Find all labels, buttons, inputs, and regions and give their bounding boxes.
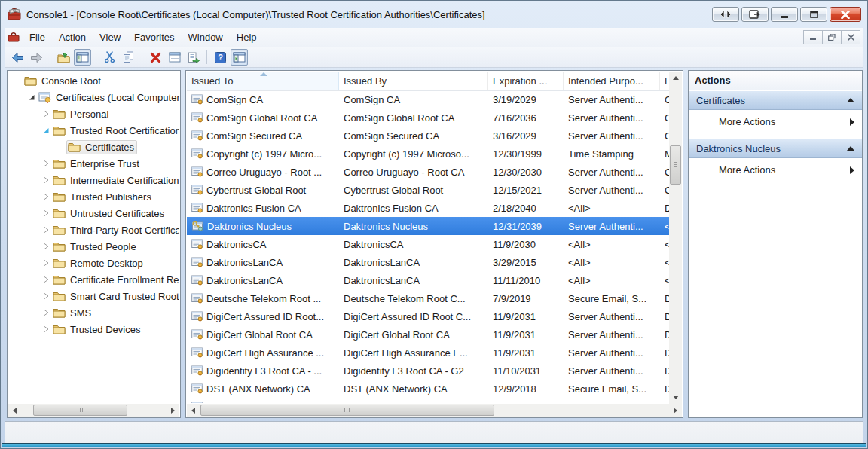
tree-item-trusted-publishers[interactable]: Trusted Publishers	[8, 188, 179, 205]
copy-button[interactable]	[120, 49, 137, 66]
show-hide-action-pane-button[interactable]	[231, 49, 248, 66]
certificate-row-daktronics-nucleus[interactable]: Daktronics NucleusDaktronics Nucleus12/3…	[187, 217, 669, 235]
tree-item-smart-card-trusted-roots[interactable]: Smart Card Trusted Roots	[8, 288, 179, 304]
column-header-intended-purpo[interactable]: Intended Purpo...	[564, 72, 660, 90]
certificate-row-digidentity-l3-root-ca[interactable]: Digidentity L3 Root CA - ...Digidentity …	[187, 362, 669, 380]
scroll-right-arrow[interactable]	[669, 404, 682, 417]
menu-help[interactable]: Help	[230, 29, 264, 45]
scroll-right-arrow[interactable]	[167, 404, 179, 417]
column-header-issued-to[interactable]: Issued To	[187, 72, 339, 90]
list-vscroll-thumb[interactable]	[670, 145, 681, 185]
tree-item-trusted-root-certification-authorities[interactable]: Trusted Root Certification Authorities	[8, 122, 179, 139]
tree-item-label: SMS	[68, 307, 93, 319]
tree-item-intermediate-certification-authorities[interactable]: Intermediate Certification Authorities	[8, 172, 179, 188]
certificate-icon	[191, 311, 203, 322]
cell-expiration: 12/30/2030	[493, 166, 542, 178]
maximize-button[interactable]	[800, 7, 827, 22]
certificate-row-daktronicslanca[interactable]: DaktronicsLanCADaktronicsLanCA11/11/2010…	[187, 271, 669, 289]
action-item-more-actions[interactable]: More Actions	[689, 158, 862, 182]
expand-arrow-icon[interactable]	[40, 273, 52, 286]
minimize-button[interactable]	[771, 7, 798, 22]
certificate-row-correo-uruguayo-root[interactable]: Correo Uruguayo - Root ...Correo Uruguay…	[187, 163, 669, 181]
column-header-expiration[interactable]: Expiration ...	[488, 72, 564, 90]
scroll-up-arrow[interactable]	[669, 72, 682, 84]
certificate-row-digicert-high-assurance[interactable]: DigiCert High Assurance ...DigiCert High…	[187, 344, 669, 362]
menu-view[interactable]: View	[93, 29, 127, 45]
child-minimize-button[interactable]	[803, 30, 823, 44]
back-button[interactable]	[9, 49, 26, 66]
export-list-button[interactable]	[185, 49, 202, 66]
close-button[interactable]	[830, 7, 861, 22]
expand-arrow-icon[interactable]	[40, 290, 52, 302]
list-vertical-scrollbar[interactable]	[669, 72, 682, 404]
help-button[interactable]: ?	[212, 49, 229, 66]
certificate-row-digicert-assured-id-root[interactable]: DigiCert Assured ID Root...DigiCert Assu…	[187, 307, 669, 325]
tree-hscroll-thumb[interactable]	[33, 405, 127, 416]
expand-arrow-icon[interactable]	[40, 108, 52, 120]
cell-issued_by: Digidentity L3 Root CA - G2	[344, 365, 464, 377]
delete-button[interactable]	[147, 49, 164, 66]
tree-item-trusted-devices[interactable]: Trusted Devices	[8, 321, 179, 338]
tree-item-enterprise-trust[interactable]: Enterprise Trust	[8, 155, 179, 172]
window-switch-button[interactable]	[712, 7, 739, 22]
properties-button[interactable]	[166, 49, 183, 66]
certificate-row-dst-nsf-root-ca[interactable]: DST (NSF) Root CADST (NSF) Root CA10/8/2…	[187, 398, 669, 403]
expand-arrow-icon[interactable]	[40, 174, 52, 186]
show-hide-console-tree-button[interactable]	[74, 49, 91, 66]
child-restore-button[interactable]	[822, 30, 842, 44]
certificate-row-digicert-global-root-ca[interactable]: DigiCert Global Root CADigiCert Global R…	[187, 325, 669, 344]
menu-file[interactable]: File	[23, 29, 52, 45]
expand-arrow-icon[interactable]	[40, 257, 52, 269]
collapse-arrow-icon[interactable]	[26, 91, 38, 103]
scroll-down-arrow[interactable]	[669, 391, 682, 404]
tree-item-certificates-local-computer[interactable]: Certificates (Local Computer)	[8, 89, 179, 105]
tree-item-sms[interactable]: SMS	[8, 304, 179, 321]
tree-item-untrusted-certificates[interactable]: Untrusted Certificates	[8, 205, 179, 221]
expand-arrow-icon[interactable]	[40, 224, 52, 236]
expand-arrow-icon[interactable]	[40, 323, 52, 335]
list-horizontal-scrollbar[interactable]	[187, 404, 682, 417]
tree-item-trusted-people[interactable]: Trusted People	[8, 238, 179, 255]
expand-arrow-icon[interactable]	[40, 307, 52, 319]
certificate-row-daktronics-fusion-ca[interactable]: Daktronics Fusion CADaktronics Fusion CA…	[187, 199, 669, 217]
up-one-level-button[interactable]	[55, 49, 72, 66]
tree-horizontal-scrollbar[interactable]	[8, 404, 179, 417]
tree-item-console-root[interactable]: Console Root	[8, 72, 179, 89]
collapse-section-icon[interactable]	[847, 146, 854, 151]
tree-item-certificates[interactable]: Certificates	[8, 139, 179, 155]
list-hscroll-thumb[interactable]	[200, 405, 494, 416]
certificate-row-copyright-c-1997-micro[interactable]: Copyright (c) 1997 Micro...Copyright (c)…	[187, 145, 669, 163]
expand-arrow-icon[interactable]	[40, 157, 52, 170]
certificate-row-comsign-ca[interactable]: ComSign CAComSign CA3/19/2029Server Auth…	[187, 90, 669, 108]
menu-favorites[interactable]: Favorites	[127, 29, 181, 45]
certificate-row-daktronicsca[interactable]: DaktronicsCADaktronicsCA11/9/2030<All><	[187, 235, 669, 253]
menu-action[interactable]: Action	[52, 29, 93, 45]
certificate-row-daktronicslanca[interactable]: DaktronicsLanCADaktronicsLanCA3/29/2015<…	[187, 253, 669, 271]
action-item-more-actions[interactable]: More Actions	[689, 110, 862, 133]
scroll-left-arrow[interactable]	[8, 404, 21, 417]
tree-item-certificate-enrollment-requests[interactable]: Certificate Enrollment Requests	[8, 271, 179, 288]
certificate-row-cybertrust-global-root[interactable]: Cybertrust Global RootCybertrust Global …	[187, 181, 669, 199]
expand-arrow-icon[interactable]	[40, 191, 52, 203]
scroll-left-arrow[interactable]	[187, 404, 200, 417]
expand-arrow-icon[interactable]	[40, 240, 52, 252]
tree-item-remote-desktop[interactable]: Remote Desktop	[8, 255, 179, 271]
child-close-button[interactable]	[841, 30, 860, 44]
expand-arrow-icon[interactable]	[40, 207, 52, 219]
certificate-row-deutsche-telekom-root[interactable]: Deutsche Telekom Root ...Deutsche Teleko…	[187, 289, 669, 307]
actions-section-certificates[interactable]: Certificates	[689, 90, 862, 110]
partially-visible-row[interactable]: DST (NSF) Root CADST (NSF) Root CA10/8/2…	[187, 398, 669, 403]
column-header-issued-by[interactable]: Issued By	[339, 72, 488, 90]
forward-button[interactable]	[28, 49, 45, 66]
menu-window[interactable]: Window	[182, 29, 230, 45]
certificate-row-comsign-global-root-ca[interactable]: ComSign Global Root CAComSign Global Roo…	[187, 108, 669, 127]
tree-item-third-party-root-certification-authorities[interactable]: Third-Party Root Certification Authoriti…	[8, 221, 179, 238]
certificate-row-dst-anx-network-ca[interactable]: DST (ANX Network) CADST (ANX Network) CA…	[187, 380, 669, 398]
actions-section-daktronics-nucleus[interactable]: Daktronics Nucleus	[689, 139, 862, 158]
certificate-row-comsign-secured-ca[interactable]: ComSign Secured CAComSign Secured CA3/16…	[187, 127, 669, 145]
cut-button[interactable]	[101, 49, 118, 66]
collapse-arrow-icon[interactable]	[40, 124, 52, 136]
tree-item-personal[interactable]: Personal	[8, 105, 179, 122]
window-popout-button[interactable]	[741, 7, 769, 22]
collapse-section-icon[interactable]	[847, 98, 854, 102]
